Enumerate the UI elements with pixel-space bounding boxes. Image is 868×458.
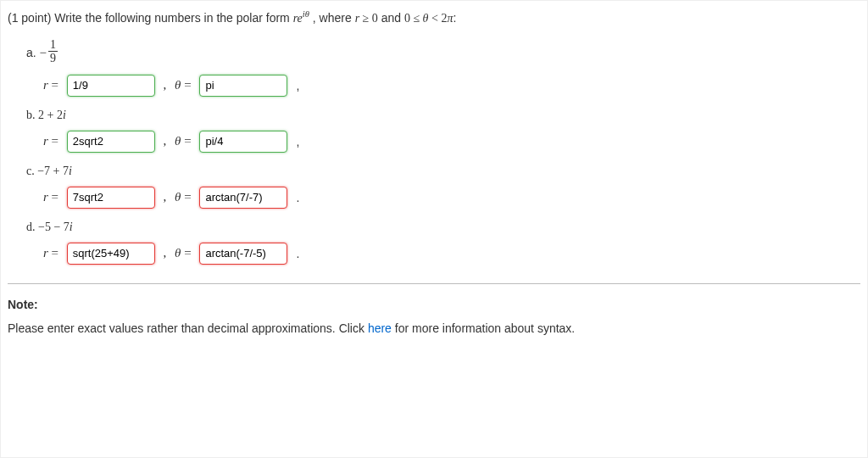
theta-label: θ = [175,190,194,204]
part-letter: a. [26,45,36,59]
cond-theta: 0 ≤ θ < 2π [404,12,453,25]
part-d-theta-input[interactable] [199,243,287,265]
r-label: r = [43,190,62,204]
prompt-colon: : [453,11,456,25]
r-label: r = [43,134,62,148]
prompt-where: , where [313,11,352,25]
trail: , [292,79,299,92]
trail: . [292,247,299,260]
syntax-help-link[interactable]: here [368,321,392,335]
note-label: Note: [8,298,860,311]
part-b-label: b. 2 + 2i [26,109,860,122]
frac-den: 9 [48,51,58,64]
note-after: for more information about syntax. [392,321,575,335]
sep: , [160,134,170,148]
theta-label: θ = [175,246,194,260]
note-before: Please enter exact values rather than de… [8,321,368,335]
r-label: r = [43,246,62,260]
part-b-answers: r = , θ = , [43,131,860,153]
divider [8,283,860,284]
trail: . [292,191,299,204]
sep: , [160,78,170,92]
part-d-answers: r = , θ = . [43,243,860,265]
part-c-label: c. −7 + 7i [26,165,860,178]
part-b-r-input[interactable] [67,131,155,153]
part-a-r-input[interactable] [67,75,155,97]
sep: , [160,190,170,204]
trail: , [292,135,299,148]
part-b-theta-input[interactable] [199,131,287,153]
note-block: Note: Please enter exact values rather t… [8,298,860,335]
problem-container: (1 point) Write the following numbers in… [0,0,868,458]
theta-label: θ = [175,134,194,148]
fraction: 19 [48,39,58,64]
part-c-theta-input[interactable] [199,187,287,209]
part-a-theta-input[interactable] [199,75,287,97]
minus-sign: − [40,46,47,59]
cond-r: r ≥ 0 [355,12,378,25]
sep: , [160,246,170,260]
theta-label: θ = [175,78,194,92]
part-a-label: a. −19 [26,41,860,66]
note-text: Please enter exact values rather than de… [8,321,860,335]
part-d-label: d. −5 − 7i [26,221,860,234]
r-label: r = [43,78,62,92]
part-d-r-input[interactable] [67,243,155,265]
prompt-text: (1 point) Write the following numbers in… [8,9,860,25]
parts-list: a. −19 r = , θ = , b. 2 + 2i r = , θ = ,… [8,41,860,265]
part-a-answers: r = , θ = , [43,75,860,97]
polar-form-expr: reiθ [293,12,309,25]
prompt-and: and [381,11,401,25]
points-label: (1 point) [8,11,51,25]
part-c-r-input[interactable] [67,187,155,209]
prompt-lead: Write the following numbers in the polar… [54,11,290,25]
frac-num: 1 [48,39,58,51]
part-c-answers: r = , θ = . [43,187,860,209]
